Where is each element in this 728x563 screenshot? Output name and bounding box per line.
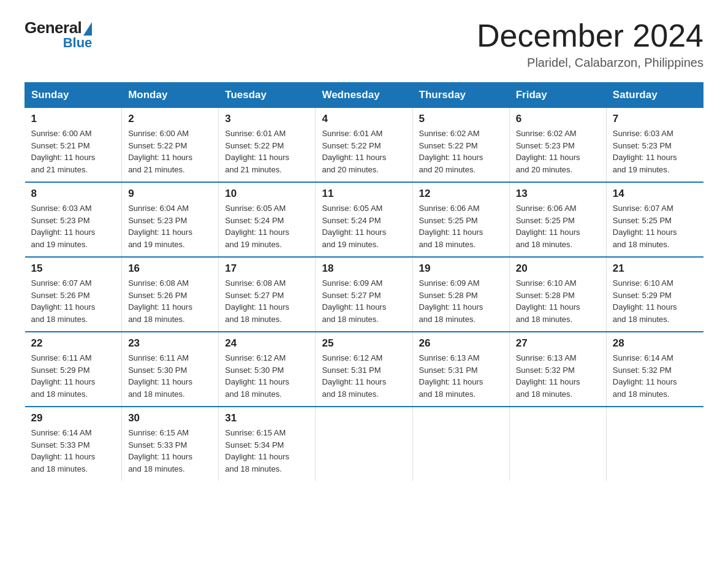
day-info: Sunrise: 6:05 AM Sunset: 5:24 PM Dayligh… xyxy=(225,202,309,250)
calendar-cell: 12Sunrise: 6:06 AM Sunset: 5:25 PM Dayli… xyxy=(412,182,509,257)
calendar-cell: 18Sunrise: 6:09 AM Sunset: 5:27 PM Dayli… xyxy=(316,257,412,332)
day-number: 1 xyxy=(31,113,116,125)
calendar-cell: 17Sunrise: 6:08 AM Sunset: 5:27 PM Dayli… xyxy=(219,257,316,332)
day-number: 7 xyxy=(613,113,697,125)
calendar-cell: 5Sunrise: 6:02 AM Sunset: 5:22 PM Daylig… xyxy=(412,108,509,183)
col-header-thursday: Thursday xyxy=(412,83,509,108)
day-number: 30 xyxy=(128,412,212,424)
day-info: Sunrise: 6:09 AM Sunset: 5:28 PM Dayligh… xyxy=(419,277,503,325)
calendar-cell: 10Sunrise: 6:05 AM Sunset: 5:24 PM Dayli… xyxy=(219,182,316,257)
calendar-cell: 25Sunrise: 6:12 AM Sunset: 5:31 PM Dayli… xyxy=(316,332,412,407)
calendar-cell: 31Sunrise: 6:15 AM Sunset: 5:34 PM Dayli… xyxy=(219,407,316,481)
logo-blue-text: Blue xyxy=(63,35,93,51)
calendar-cell: 1Sunrise: 6:00 AM Sunset: 5:21 PM Daylig… xyxy=(25,108,122,183)
day-info: Sunrise: 6:08 AM Sunset: 5:26 PM Dayligh… xyxy=(128,277,212,325)
calendar-cell xyxy=(316,407,412,481)
day-info: Sunrise: 6:07 AM Sunset: 5:25 PM Dayligh… xyxy=(613,202,697,250)
day-number: 18 xyxy=(322,262,406,275)
day-number: 2 xyxy=(128,113,212,125)
col-header-tuesday: Tuesday xyxy=(219,83,316,108)
calendar-cell: 16Sunrise: 6:08 AM Sunset: 5:26 PM Dayli… xyxy=(122,257,219,332)
calendar-cell: 24Sunrise: 6:12 AM Sunset: 5:30 PM Dayli… xyxy=(219,332,316,407)
day-number: 31 xyxy=(225,412,309,424)
day-info: Sunrise: 6:12 AM Sunset: 5:31 PM Dayligh… xyxy=(322,352,406,400)
day-info: Sunrise: 6:08 AM Sunset: 5:27 PM Dayligh… xyxy=(225,277,309,325)
col-header-saturday: Saturday xyxy=(606,83,703,108)
day-info: Sunrise: 6:06 AM Sunset: 5:25 PM Dayligh… xyxy=(516,202,600,250)
day-number: 21 xyxy=(613,262,697,275)
calendar-cell: 6Sunrise: 6:02 AM Sunset: 5:23 PM Daylig… xyxy=(509,108,606,183)
week-row-1: 1Sunrise: 6:00 AM Sunset: 5:21 PM Daylig… xyxy=(25,108,703,183)
calendar-header: SundayMondayTuesdayWednesdayThursdayFrid… xyxy=(25,83,703,108)
day-number: 20 xyxy=(516,262,600,275)
day-info: Sunrise: 6:07 AM Sunset: 5:26 PM Dayligh… xyxy=(31,277,116,325)
calendar-cell: 14Sunrise: 6:07 AM Sunset: 5:25 PM Dayli… xyxy=(606,182,703,257)
day-number: 14 xyxy=(613,188,697,200)
day-info: Sunrise: 6:13 AM Sunset: 5:32 PM Dayligh… xyxy=(516,352,600,400)
day-info: Sunrise: 6:06 AM Sunset: 5:25 PM Dayligh… xyxy=(419,202,503,250)
week-row-4: 22Sunrise: 6:11 AM Sunset: 5:29 PM Dayli… xyxy=(25,332,703,407)
calendar-cell: 11Sunrise: 6:05 AM Sunset: 5:24 PM Dayli… xyxy=(316,182,412,257)
page-header: General Blue December 2024 Plaridel, Cal… xyxy=(25,18,703,70)
day-number: 12 xyxy=(419,188,503,200)
calendar-cell xyxy=(412,407,509,481)
day-info: Sunrise: 6:03 AM Sunset: 5:23 PM Dayligh… xyxy=(613,128,697,175)
day-info: Sunrise: 6:00 AM Sunset: 5:21 PM Dayligh… xyxy=(31,128,116,175)
day-number: 6 xyxy=(516,113,600,125)
day-info: Sunrise: 6:11 AM Sunset: 5:30 PM Dayligh… xyxy=(128,352,212,400)
day-info: Sunrise: 6:14 AM Sunset: 5:32 PM Dayligh… xyxy=(613,352,697,400)
header-row: SundayMondayTuesdayWednesdayThursdayFrid… xyxy=(25,83,703,108)
calendar-cell: 20Sunrise: 6:10 AM Sunset: 5:28 PM Dayli… xyxy=(509,257,606,332)
calendar-cell: 8Sunrise: 6:03 AM Sunset: 5:23 PM Daylig… xyxy=(25,182,122,257)
calendar-cell: 30Sunrise: 6:15 AM Sunset: 5:33 PM Dayli… xyxy=(122,407,219,481)
day-info: Sunrise: 6:10 AM Sunset: 5:28 PM Dayligh… xyxy=(516,277,600,325)
calendar-cell: 3Sunrise: 6:01 AM Sunset: 5:22 PM Daylig… xyxy=(219,108,316,183)
day-number: 23 xyxy=(128,337,212,350)
day-number: 19 xyxy=(419,262,503,275)
day-number: 9 xyxy=(128,188,212,200)
day-info: Sunrise: 6:03 AM Sunset: 5:23 PM Dayligh… xyxy=(31,202,116,250)
logo: General Blue xyxy=(25,18,92,51)
day-info: Sunrise: 6:12 AM Sunset: 5:30 PM Dayligh… xyxy=(225,352,309,400)
col-header-friday: Friday xyxy=(509,83,606,108)
day-number: 25 xyxy=(322,337,406,350)
day-info: Sunrise: 6:11 AM Sunset: 5:29 PM Dayligh… xyxy=(31,352,116,400)
calendar-cell: 28Sunrise: 6:14 AM Sunset: 5:32 PM Dayli… xyxy=(606,332,703,407)
calendar-table: SundayMondayTuesdayWednesdayThursdayFrid… xyxy=(25,82,703,481)
calendar-cell: 13Sunrise: 6:06 AM Sunset: 5:25 PM Dayli… xyxy=(509,182,606,257)
calendar-body: 1Sunrise: 6:00 AM Sunset: 5:21 PM Daylig… xyxy=(25,108,703,481)
calendar-cell: 9Sunrise: 6:04 AM Sunset: 5:23 PM Daylig… xyxy=(122,182,219,257)
calendar-cell: 2Sunrise: 6:00 AM Sunset: 5:22 PM Daylig… xyxy=(122,108,219,183)
calendar-cell: 21Sunrise: 6:10 AM Sunset: 5:29 PM Dayli… xyxy=(606,257,703,332)
day-number: 26 xyxy=(419,337,503,350)
day-info: Sunrise: 6:02 AM Sunset: 5:23 PM Dayligh… xyxy=(516,128,600,175)
day-info: Sunrise: 6:15 AM Sunset: 5:33 PM Dayligh… xyxy=(128,427,212,475)
day-number: 22 xyxy=(31,337,116,350)
calendar-cell: 23Sunrise: 6:11 AM Sunset: 5:30 PM Dayli… xyxy=(122,332,219,407)
day-number: 8 xyxy=(31,188,116,200)
day-number: 17 xyxy=(225,262,309,275)
day-info: Sunrise: 6:00 AM Sunset: 5:22 PM Dayligh… xyxy=(128,128,212,175)
day-number: 27 xyxy=(516,337,600,350)
day-number: 11 xyxy=(322,188,406,200)
day-info: Sunrise: 6:13 AM Sunset: 5:31 PM Dayligh… xyxy=(419,352,503,400)
title-block: December 2024 Plaridel, Calabarzon, Phil… xyxy=(477,18,703,70)
calendar-cell: 22Sunrise: 6:11 AM Sunset: 5:29 PM Dayli… xyxy=(25,332,122,407)
col-header-sunday: Sunday xyxy=(25,83,122,108)
week-row-3: 15Sunrise: 6:07 AM Sunset: 5:26 PM Dayli… xyxy=(25,257,703,332)
day-info: Sunrise: 6:15 AM Sunset: 5:34 PM Dayligh… xyxy=(225,427,309,475)
main-title: December 2024 xyxy=(477,18,703,53)
calendar-cell: 26Sunrise: 6:13 AM Sunset: 5:31 PM Dayli… xyxy=(412,332,509,407)
day-info: Sunrise: 6:10 AM Sunset: 5:29 PM Dayligh… xyxy=(613,277,697,325)
day-info: Sunrise: 6:05 AM Sunset: 5:24 PM Dayligh… xyxy=(322,202,406,250)
day-info: Sunrise: 6:01 AM Sunset: 5:22 PM Dayligh… xyxy=(225,128,309,175)
calendar-cell: 7Sunrise: 6:03 AM Sunset: 5:23 PM Daylig… xyxy=(606,108,703,183)
week-row-5: 29Sunrise: 6:14 AM Sunset: 5:33 PM Dayli… xyxy=(25,407,703,481)
calendar-cell: 15Sunrise: 6:07 AM Sunset: 5:26 PM Dayli… xyxy=(25,257,122,332)
calendar-cell xyxy=(606,407,703,481)
day-info: Sunrise: 6:04 AM Sunset: 5:23 PM Dayligh… xyxy=(128,202,212,250)
col-header-monday: Monday xyxy=(122,83,219,108)
calendar-cell: 4Sunrise: 6:01 AM Sunset: 5:22 PM Daylig… xyxy=(316,108,412,183)
day-number: 28 xyxy=(613,337,697,350)
day-number: 24 xyxy=(225,337,309,350)
